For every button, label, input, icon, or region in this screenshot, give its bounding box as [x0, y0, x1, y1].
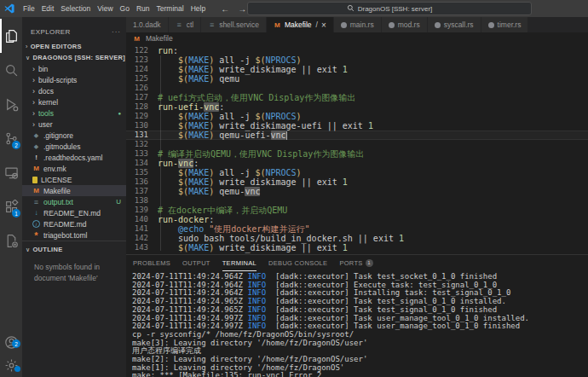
tab-makefile[interactable]: MMakefile/×: [267, 17, 334, 32]
code-line-137[interactable]: 137 $(MAKE) qemu-vnc: [126, 187, 588, 196]
activity-run-and-debug[interactable]: [0, 87, 22, 121]
tab-mod-rs[interactable]: mod.rs: [382, 17, 428, 32]
explorer-item-gitmodules[interactable]: ◆.gitmodules: [22, 141, 126, 152]
explorer-item-user[interactable]: ›user: [22, 119, 126, 130]
activity-custom-view[interactable]: [0, 223, 22, 258]
code-line-126[interactable]: 126: [126, 84, 588, 93]
chevron-down-icon: ∨: [26, 55, 30, 61]
tab-shell-service[interactable]: ≡shell.service: [201, 17, 267, 32]
tab-1-0-dadk[interactable]: 1.0.dadk: [126, 17, 169, 32]
pin-icon[interactable]: /: [316, 20, 318, 29]
more-actions-icon[interactable]: ···: [112, 28, 121, 36]
panel-tab-ports[interactable]: PORTS1: [339, 255, 372, 271]
explorer-item-license[interactable]: LICENSE: [22, 174, 126, 185]
line-number: 130: [126, 121, 148, 130]
panel-tab-problems[interactable]: PROBLEMS: [133, 255, 170, 271]
menu-terminal[interactable]: Terminal: [153, 4, 187, 13]
code-line-130[interactable]: 130 $(MAKE) write_diskimage-uefi || exit…: [126, 121, 588, 130]
notification-badge: 2: [12, 339, 20, 348]
explorer-item-readthedocs-yaml[interactable]: !.readthedocs.yaml: [22, 152, 126, 163]
panel-tab-terminal[interactable]: TERMINAL: [222, 255, 257, 271]
chevron-right-icon: ›: [32, 98, 35, 107]
code-line-136[interactable]: 136 $(MAKE) write_diskimage || exit 1: [126, 177, 588, 187]
explorer-item-docs[interactable]: ›docs: [22, 85, 126, 96]
menu-view[interactable]: View: [94, 4, 116, 13]
back-icon[interactable]: ←: [221, 4, 229, 14]
menu-edit[interactable]: Edit: [38, 4, 58, 13]
code-line-138[interactable]: 138: [126, 196, 588, 206]
line-number: 132: [126, 140, 148, 149]
title-bar: FileEditSelectionViewGoRunTerminalHelp ←…: [0, 0, 588, 17]
code-line-127[interactable]: 127# uefi方式启动，使用VNC Display作为图像输出: [126, 93, 588, 102]
code-line-141[interactable]: 141 @echo "使用docker构建并运行": [126, 224, 588, 234]
git-file-icon: ◆: [32, 142, 40, 150]
menu-help[interactable]: Help: [187, 4, 209, 13]
activity-accounts[interactable]: 2: [0, 331, 22, 354]
tab-timer-rs[interactable]: timer.rs: [481, 17, 529, 32]
root-folder-section[interactable]: ∨ DRAGONOS [SSH: SERVER]: [22, 52, 126, 63]
code-line-128[interactable]: 128run-uefi-vnc:: [126, 102, 588, 112]
bottom-panel: PROBLEMSOUTPUTTERMINALDEBUG CONSOLEPORTS…: [126, 254, 588, 377]
code-line-131[interactable]: 131 $(MAKE) qemu-uefi-vnc: [126, 130, 588, 140]
activity-settings[interactable]: [0, 354, 22, 377]
explorer-item-triagebot-toml[interactable]: *triagebot.toml: [22, 229, 126, 241]
tab-syscall-rs[interactable]: syscall.rs: [428, 17, 481, 32]
code-line-132[interactable]: 132: [126, 140, 588, 149]
breadcrumb[interactable]: M Makefile: [126, 32, 588, 44]
forward-icon[interactable]: →: [238, 4, 246, 14]
explorer-item-output-txt[interactable]: ≡output.txtU: [22, 196, 126, 207]
explorer-item-readme-en-md[interactable]: ↓README_EN.md: [22, 207, 126, 218]
activity-bar: 212: [0, 17, 22, 377]
chevron-right-icon: ›: [32, 120, 35, 129]
activity-remote-explorer[interactable]: [0, 155, 22, 189]
code-line-140[interactable]: 140run-docker:: [126, 215, 588, 224]
explorer-icon: [4, 29, 19, 44]
code-line-122[interactable]: 122run:: [126, 46, 588, 55]
explorer-item-build-scripts[interactable]: ›build-scripts: [22, 74, 126, 85]
code-line-133[interactable]: 133# 编译并启动QEMU，使用VNC Display作为图像输出: [126, 149, 588, 159]
menu-file[interactable]: File: [20, 4, 38, 13]
close-icon[interactable]: ×: [321, 20, 326, 30]
code-line-139[interactable]: 139# 在docker中编译，并启动QEMU: [126, 206, 588, 215]
tab-main-rs[interactable]: main.rs: [334, 17, 382, 32]
explorer-item-env-mk[interactable]: Menv.mk: [22, 163, 126, 174]
menu-selection[interactable]: Selection: [57, 4, 94, 13]
explorer-item-gitignore[interactable]: ◆.gitignore: [22, 130, 126, 141]
activity-search[interactable]: [0, 53, 22, 87]
line-number: 128: [126, 102, 148, 112]
command-center-search[interactable]: DragonOS [SSH: server]: [247, 2, 532, 15]
code-line-125[interactable]: 125 $(MAKE) qemu: [126, 74, 588, 84]
outline-section[interactable]: ∨ OUTLINE: [22, 244, 126, 255]
explorer-item-readme-md[interactable]: iREADME.md: [22, 218, 126, 229]
info-file-icon: i: [32, 220, 40, 228]
menu-run[interactable]: Run: [133, 4, 153, 13]
code-line-129[interactable]: 129 $(MAKE) all -j $(NPROCS): [126, 112, 588, 121]
code-line-123[interactable]: 123 $(MAKE) all -j $(NPROCS): [126, 55, 588, 65]
activity-extensions[interactable]: 1: [0, 189, 22, 223]
code-line-135[interactable]: 135 $(MAKE) all -j $(NPROCS): [126, 168, 588, 177]
open-editors-section[interactable]: › OPEN EDITORS: [22, 41, 126, 52]
explorer-item-makefile[interactable]: MMakefile: [22, 185, 126, 196]
code-editor[interactable]: 122run:123 $(MAKE) all -j $(NPROCS)124 $…: [126, 44, 588, 254]
code-line-134[interactable]: 134run-vnc:: [126, 159, 588, 168]
chevron-right-icon: ›: [32, 87, 35, 96]
line-number: 131: [126, 130, 148, 140]
activity-explorer[interactable]: [0, 19, 22, 53]
rust-file-icon: [435, 22, 441, 28]
terminal-output[interactable]: 2024-07-11T11:49:24.964Z INFO [dadk::exe…: [126, 271, 588, 377]
explorer-item-tools[interactable]: ›tools●: [22, 107, 126, 119]
explorer-item-bin[interactable]: ›bin: [22, 63, 126, 74]
panel-tab-debug-console[interactable]: DEBUG CONSOLE: [268, 255, 327, 271]
code-line-124[interactable]: 124 $(MAKE) write_diskimage || exit 1: [126, 65, 588, 74]
activity-source-control[interactable]: 2: [0, 121, 22, 155]
sidebar-title: EXPLORER: [31, 28, 71, 36]
menu-go[interactable]: Go: [117, 4, 133, 13]
git-status-badge: U: [116, 198, 121, 206]
code-line-143[interactable]: 143 $(MAKE) write_diskimage || exit 1: [126, 243, 588, 252]
chevron-right-icon: ›: [26, 44, 28, 49]
tab-ctl[interactable]: ≡ctl: [169, 17, 202, 32]
explorer-item-kernel[interactable]: ›kernel: [22, 96, 126, 107]
remote-workspace-label: DragonOS [SSH: server]: [358, 5, 433, 13]
code-line-142[interactable]: 142 sudo bash tools/build_in_docker.sh |…: [126, 234, 588, 243]
panel-tab-output[interactable]: OUTPUT: [182, 255, 210, 271]
